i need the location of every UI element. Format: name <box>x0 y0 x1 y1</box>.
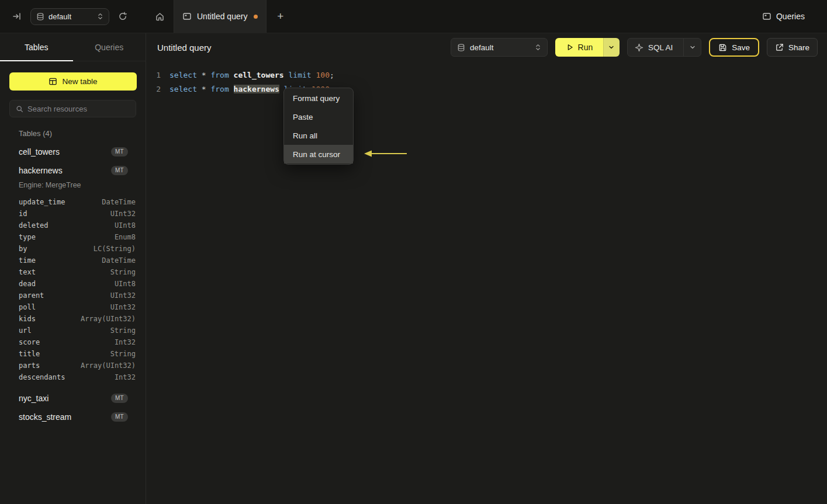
column-name: url <box>19 326 32 335</box>
sidebar-tab-queries[interactable]: Queries <box>73 33 146 61</box>
column-row: descendantsInt32 <box>0 371 146 383</box>
column-name: title <box>19 350 40 358</box>
column-type: Int32 <box>115 373 136 381</box>
share-button[interactable]: Share <box>767 38 818 57</box>
search-input[interactable] <box>27 105 130 113</box>
tab-strip: Untitled query + <box>146 0 294 33</box>
database-icon <box>457 43 465 52</box>
chevron-up-down-icon <box>535 43 541 51</box>
code-text: select * from cell_towers limit 100; <box>169 71 334 79</box>
new-tab-button[interactable]: + <box>267 0 294 33</box>
sql-editor[interactable]: 1 select * from cell_towers limit 100; 2… <box>147 61 827 504</box>
run-split-button: Run <box>555 38 620 57</box>
column-row: parentUInt32 <box>0 290 146 301</box>
column-row: deletedUInt8 <box>0 220 146 231</box>
menu-item-paste[interactable]: Paste <box>284 107 353 126</box>
tab-untitled-query[interactable]: Untitled query <box>174 0 267 33</box>
column-row: byLC(String) <box>0 243 146 255</box>
table-row-hackernews[interactable]: hackernews MT <box>0 161 146 180</box>
engine-badge: MT <box>111 394 128 403</box>
column-type: LC(String) <box>94 245 136 253</box>
column-row: idUInt32 <box>0 208 146 220</box>
save-button[interactable]: Save <box>709 38 759 57</box>
toolbar-database-selector[interactable]: default <box>451 38 548 57</box>
app-window: default <box>0 0 827 504</box>
column-name: time <box>19 256 36 265</box>
topbar-database-value: default <box>49 12 93 21</box>
home-tab-button[interactable] <box>146 0 174 33</box>
new-table-label: New table <box>62 77 97 86</box>
sql-ai-dropdown[interactable] <box>683 39 701 56</box>
table-grid-icon <box>49 77 57 86</box>
column-name: kids <box>19 315 36 323</box>
home-icon <box>155 12 165 22</box>
menu-item-run-at-cursor[interactable]: Run at cursor <box>284 145 353 164</box>
column-type: UInt32 <box>110 303 136 311</box>
column-name: type <box>19 233 36 241</box>
table-name: stocks_stream <box>19 412 71 422</box>
column-name: deleted <box>19 221 49 230</box>
save-icon <box>718 43 727 52</box>
column-row: timeDateTime <box>0 255 146 266</box>
column-type: DateTime <box>102 198 136 206</box>
table-row-stocks-stream[interactable]: stocks_stream MT <box>0 408 146 426</box>
topbar-left: default <box>0 0 146 33</box>
menu-item-format-query[interactable]: Format query <box>284 89 353 107</box>
column-row: titleString <box>0 348 146 360</box>
column-name: parent <box>19 291 44 300</box>
share-button-label: Share <box>788 43 809 52</box>
column-type: String <box>110 326 136 335</box>
topbar-database-selector[interactable]: default <box>30 8 109 25</box>
database-icon <box>36 12 44 21</box>
column-name: text <box>19 268 36 276</box>
column-type: DateTime <box>102 256 136 265</box>
column-name: poll <box>19 303 36 311</box>
toolbar-actions: default Run <box>451 38 818 57</box>
engine-badge: MT <box>111 412 128 422</box>
column-type: Array(UInt32) <box>81 362 136 370</box>
engine-badge: MT <box>111 166 128 175</box>
sql-ai-button[interactable]: SQL AI <box>627 38 701 57</box>
collapse-sidebar-button[interactable] <box>9 9 25 24</box>
run-options-button[interactable] <box>603 38 620 57</box>
tab-label: Untitled query <box>197 12 247 21</box>
topbar-right: Queries <box>762 0 827 33</box>
column-type: UInt8 <box>115 221 136 230</box>
menu-item-run-all[interactable]: Run all <box>284 126 353 145</box>
queries-button-label: Queries <box>776 12 805 21</box>
run-button[interactable]: Run <box>555 38 603 57</box>
play-icon <box>566 43 574 51</box>
table-row-cell-towers[interactable]: cell_towers MT <box>0 142 146 161</box>
column-type: UInt32 <box>110 210 136 218</box>
code-line-1: 1 select * from cell_towers limit 100; <box>147 68 827 82</box>
queries-button[interactable]: Queries <box>762 12 805 21</box>
column-type: Int32 <box>115 338 136 346</box>
refresh-icon <box>118 12 127 21</box>
refresh-button[interactable] <box>115 9 130 24</box>
code-line-2: 2 select * from hackernews limit 1000 <box>147 82 827 96</box>
column-type: UInt8 <box>115 280 136 288</box>
column-name: by <box>19 245 27 253</box>
columns-list: update_timeDateTime idUInt32 deletedUInt… <box>0 196 146 383</box>
sparkle-icon <box>635 43 643 52</box>
query-toolbar: Untitled query default <box>147 33 827 61</box>
new-table-button[interactable]: New table <box>9 72 137 91</box>
column-name: dead <box>19 280 36 288</box>
sidebar-tab-tables[interactable]: Tables <box>0 33 73 61</box>
table-row-nyc-taxi[interactable]: nyc_taxi MT <box>0 389 146 408</box>
column-row: partsArray(UInt32) <box>0 360 146 371</box>
sql-ai-label: SQL AI <box>648 43 673 52</box>
unsaved-indicator-dot <box>254 15 258 19</box>
query-tab-icon <box>182 12 192 21</box>
column-type: String <box>110 350 136 358</box>
column-row: scoreInt32 <box>0 336 146 348</box>
column-type: Enum8 <box>115 233 136 241</box>
toolbar-database-value: default <box>470 43 530 52</box>
column-row: textString <box>0 266 146 278</box>
queries-icon <box>762 12 771 21</box>
share-icon <box>775 43 784 52</box>
table-name: nyc_taxi <box>19 394 49 403</box>
sidebar-tabs: Tables Queries <box>0 33 146 61</box>
column-type: UInt32 <box>110 291 136 300</box>
table-name: cell_towers <box>19 147 60 157</box>
